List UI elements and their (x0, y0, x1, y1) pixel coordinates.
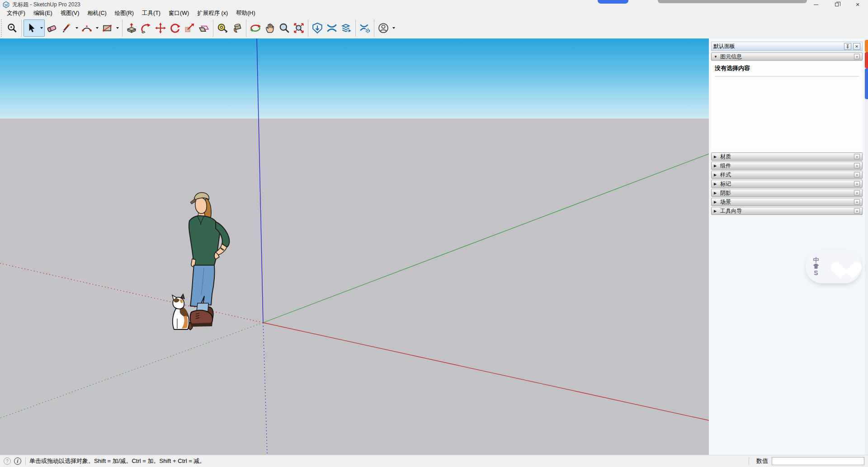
section-shadows[interactable]: ▶ 阴影 × (711, 189, 863, 197)
restore-button[interactable] (826, 0, 847, 9)
scale-icon (184, 22, 195, 34)
extension-warehouse-button[interactable] (325, 20, 339, 36)
zoom-tool-button[interactable] (277, 20, 292, 36)
close-icon: × (856, 155, 858, 159)
section-label: 样式 (720, 171, 852, 179)
orbit-tool-button[interactable] (248, 20, 263, 36)
ime-toolbar[interactable]: 中 S (806, 250, 861, 283)
arc-tool-dropdown[interactable] (94, 20, 100, 36)
cutoff-gray-overlay (658, 0, 807, 3)
toolbar-grip[interactable] (1, 19, 4, 37)
arc-tool-button[interactable] (80, 20, 94, 36)
menu-bar: 文件(F) 编辑(E) 视图(V) 相机(C) 绘图(R) 工具(T) 窗口(W… (0, 9, 868, 18)
section-tags[interactable]: ▶ 标记 × (711, 180, 863, 188)
triangle-right-icon: ▶ (714, 200, 718, 204)
menu-draw[interactable]: 绘图(R) (111, 9, 138, 18)
edge-red-segment (865, 52, 868, 68)
select-tool-dropdown[interactable] (38, 20, 44, 36)
section-scenes[interactable]: ▶ 场景 × (711, 198, 863, 206)
tape-measure-tool-button[interactable] (215, 20, 230, 36)
section-close-button[interactable]: × (854, 208, 860, 214)
menu-window[interactable]: 窗口(W) (165, 9, 193, 18)
section-components[interactable]: ▶ 组件 × (711, 162, 863, 170)
close-button[interactable]: ✕ (847, 0, 868, 9)
geolocation-help-button[interactable]: ? (4, 457, 11, 465)
section-instructor[interactable]: ▶ 工具向导 × (711, 207, 863, 215)
toolbar-separator (308, 19, 308, 37)
orbit-icon (250, 22, 261, 34)
panel-close-button[interactable]: ✕ (853, 43, 860, 50)
close-icon: ✕ (855, 44, 859, 49)
close-icon: × (856, 209, 858, 213)
rectangle-tool-dropdown[interactable] (114, 20, 120, 36)
zoom-extents-tool-button[interactable] (292, 20, 306, 36)
close-icon: × (856, 182, 858, 186)
person-component[interactable] (189, 192, 229, 327)
triangle-right-icon: ▶ (714, 164, 718, 168)
section-close-button[interactable]: × (854, 154, 860, 159)
rectangle-tool-button[interactable] (100, 20, 114, 36)
select-tool-button[interactable] (24, 20, 38, 36)
pin-icon (846, 44, 849, 49)
section-close-button[interactable]: × (854, 199, 860, 205)
section-close-button[interactable]: × (854, 172, 860, 177)
scale-tool-button[interactable] (182, 20, 197, 36)
menu-edit[interactable]: 编辑(E) (29, 9, 57, 18)
ime-skin-icon[interactable] (813, 263, 819, 269)
move-tool-button[interactable] (153, 20, 168, 36)
extension-manager-button[interactable] (358, 20, 372, 36)
chevron-down-icon (75, 27, 78, 29)
move-icon (155, 22, 166, 34)
section-materials[interactable]: ▶ 材质 × (711, 152, 863, 161)
line-tool-button[interactable] (59, 20, 74, 36)
default-panel: 默认面板 ✕ ▼ 图元信息 × 没有选择内容 ▶ 材质 × ▶ 组件 × (709, 38, 865, 455)
menu-tools[interactable]: 工具(T) (138, 9, 165, 18)
section-close-button[interactable]: × (854, 181, 860, 186)
follow-me-tool-button[interactable] (139, 20, 153, 36)
toolbar-separator (355, 19, 356, 37)
pin-button[interactable] (844, 43, 851, 50)
3d-warehouse-button[interactable] (310, 20, 325, 36)
zoom-icon (278, 22, 290, 34)
account-button[interactable] (376, 20, 391, 36)
select-tool-group (24, 19, 45, 37)
info-button[interactable]: i (14, 457, 21, 465)
share-model-button[interactable] (339, 20, 354, 36)
menu-view[interactable]: 视图(V) (57, 9, 84, 18)
menu-help[interactable]: 帮助(H) (232, 9, 259, 18)
menu-camera[interactable]: 相机(C) (83, 9, 110, 18)
status-bar: ? i 单击或拖动以选择对象。Shift = 加/减。Ctrl = 加。Shif… (0, 455, 868, 467)
push-pull-tool-button[interactable] (124, 20, 139, 36)
section-styles[interactable]: ▶ 样式 × (711, 171, 863, 179)
eraser-tool-button[interactable] (45, 20, 59, 36)
section-close-button[interactable]: × (854, 163, 860, 168)
triangle-down-icon: ▼ (714, 55, 718, 59)
drawing-canvas[interactable] (0, 38, 709, 455)
triangle-right-icon: ▶ (714, 209, 718, 213)
ime-mode-indicator[interactable]: 中 (813, 257, 819, 263)
chevron-down-icon (40, 27, 43, 29)
section-close-button[interactable]: × (854, 190, 860, 195)
toolbar-separator (213, 19, 213, 37)
menu-extensions[interactable]: 扩展程序 (x) (193, 9, 232, 18)
close-icon: × (856, 200, 858, 204)
status-hint: 单击或拖动以选择对象。Shift = 加/减。Ctrl = 加。Shift + … (29, 457, 205, 465)
section-close-button[interactable]: × (854, 54, 860, 59)
paint-bucket-tool-button[interactable] (230, 20, 244, 36)
section-entity-info[interactable]: ▼ 图元信息 × (711, 52, 863, 61)
offset-tool-button[interactable] (197, 20, 211, 36)
zoom-extents-icon (293, 22, 305, 34)
extension-manager-icon (359, 22, 371, 34)
rotate-tool-button[interactable] (168, 20, 182, 36)
default-panel-header[interactable]: 默认面板 ✕ (711, 42, 863, 51)
measurements-input[interactable] (772, 457, 864, 465)
ime-logo[interactable]: S (814, 270, 818, 276)
search-tool-button[interactable] (5, 20, 19, 36)
minimize-button[interactable] (806, 0, 826, 9)
cat-component[interactable] (172, 294, 193, 330)
pan-tool-button[interactable] (263, 20, 277, 36)
triangle-right-icon: ▶ (714, 182, 718, 186)
menu-file[interactable]: 文件(F) (3, 9, 29, 18)
account-dropdown[interactable] (391, 20, 396, 36)
line-tool-dropdown[interactable] (74, 20, 80, 36)
